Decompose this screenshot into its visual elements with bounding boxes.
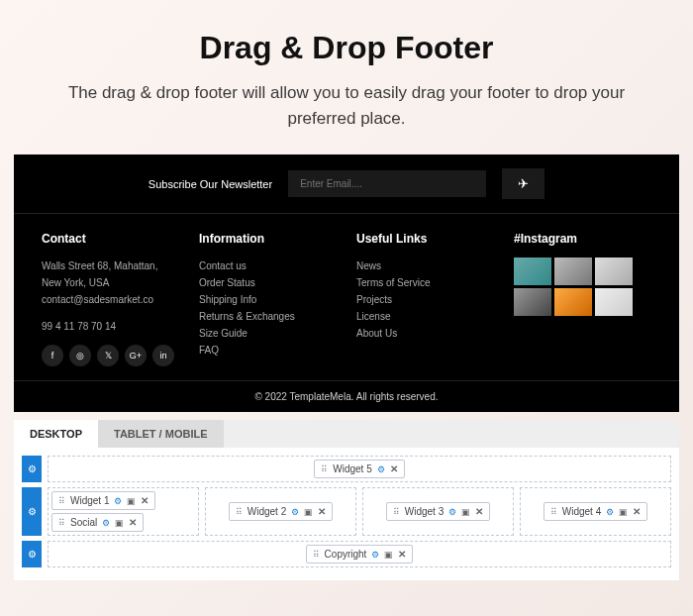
gear-icon[interactable]: ⚙ (606, 507, 614, 517)
drag-icon: ⠿ (58, 518, 65, 528)
contact-email: contact@sadesmarket.co (42, 291, 179, 308)
close-icon[interactable]: ✕ (129, 517, 137, 528)
link-faq[interactable]: FAQ (199, 342, 337, 359)
close-icon[interactable]: ✕ (475, 506, 483, 517)
contact-address: Walls Street 68, Mahattan, New York, USA (42, 257, 179, 291)
eye-icon[interactable]: ▣ (115, 518, 124, 528)
drag-icon: ⠿ (550, 507, 557, 517)
builder-row: ⚙ ⠿Copyright⚙▣✕ (22, 541, 671, 567)
widget-4[interactable]: ⠿Widget 4⚙▣✕ (544, 502, 647, 521)
insta-thumb[interactable] (595, 288, 633, 316)
link-projects[interactable]: Projects (356, 291, 494, 308)
drop-cell[interactable]: ⠿Widget 4⚙▣✕ (520, 487, 671, 536)
close-icon[interactable]: ✕ (398, 549, 406, 560)
gear-icon[interactable]: ⚙ (377, 464, 385, 474)
page-title: Drag & Drop Footer (59, 30, 634, 66)
eye-icon[interactable]: ▣ (384, 550, 393, 560)
page-subtitle: The drag & drop footer will allow you to… (59, 80, 634, 131)
eye-icon[interactable]: ▣ (304, 507, 313, 517)
information-heading: Information (199, 232, 337, 246)
insta-thumb[interactable] (595, 257, 633, 285)
widget-1[interactable]: ⠿Widget 1⚙▣✕ (51, 491, 155, 510)
drag-icon: ⠿ (58, 496, 65, 506)
builder-row: ⚙ ⠿Widget 5⚙✕ (22, 456, 671, 482)
eye-icon[interactable]: ▣ (619, 507, 628, 517)
footer-preview: Subscribe Our Newsletter ✈ Contact Walls… (14, 154, 679, 412)
information-column: Information Contact us Order Status Ship… (199, 232, 337, 366)
widget-2[interactable]: ⠿Widget 2⚙▣✕ (229, 502, 333, 521)
twitter-icon[interactable]: 𝕏 (97, 345, 119, 366)
drag-icon: ⠿ (313, 550, 320, 560)
useful-heading: Useful Links (356, 232, 494, 246)
link-returns[interactable]: Returns & Exchanges (199, 308, 337, 325)
tab-tablet[interactable]: TABLET / MOBILE (98, 420, 224, 448)
email-input[interactable] (288, 170, 486, 197)
close-icon[interactable]: ✕ (141, 495, 148, 506)
link-about[interactable]: About Us (356, 325, 494, 342)
drag-icon: ⠿ (321, 464, 328, 474)
close-icon[interactable]: ✕ (318, 506, 326, 517)
link-order-status[interactable]: Order Status (199, 274, 337, 291)
insta-thumb[interactable] (554, 288, 592, 316)
link-size-guide[interactable]: Size Guide (199, 325, 337, 342)
contact-column: Contact Walls Street 68, Mahattan, New Y… (42, 232, 179, 366)
linkedin-icon[interactable]: in (152, 345, 174, 366)
newsletter-bar: Subscribe Our Newsletter ✈ (14, 154, 679, 214)
row-settings-button[interactable]: ⚙ (22, 487, 42, 536)
send-button[interactable]: ✈ (502, 168, 544, 199)
widget-3[interactable]: ⠿Widget 3⚙▣✕ (386, 502, 490, 521)
gear-icon[interactable]: ⚙ (371, 550, 379, 560)
gear-icon: ⚙ (28, 549, 37, 560)
widget-5[interactable]: ⠿Widget 5⚙✕ (314, 460, 404, 478)
eye-icon[interactable]: ▣ (461, 507, 470, 517)
instagram-grid (514, 257, 651, 316)
gear-icon: ⚙ (28, 506, 37, 517)
drop-cell[interactable]: ⠿Widget 1⚙▣✕ ⠿Social⚙▣✕ (48, 487, 199, 536)
useful-column: Useful Links News Terms of Service Proje… (356, 232, 494, 366)
gear-icon[interactable]: ⚙ (102, 518, 110, 528)
drop-cell[interactable]: ⠿Widget 3⚙▣✕ (362, 487, 514, 536)
drop-cell[interactable]: ⠿Copyright⚙▣✕ (48, 541, 671, 567)
contact-heading: Contact (42, 232, 179, 246)
widget-social[interactable]: ⠿Social⚙▣✕ (51, 513, 144, 532)
send-icon: ✈ (518, 176, 529, 191)
instagram-column: #Instagram (514, 232, 651, 366)
link-license[interactable]: License (356, 308, 494, 325)
insta-thumb[interactable] (514, 288, 551, 316)
row-settings-button[interactable]: ⚙ (22, 541, 42, 567)
gear-icon[interactable]: ⚙ (291, 507, 299, 517)
link-news[interactable]: News (356, 257, 494, 274)
close-icon[interactable]: ✕ (633, 506, 641, 517)
gear-icon: ⚙ (28, 463, 37, 474)
gear-icon[interactable]: ⚙ (114, 496, 122, 506)
builder-row: ⚙ ⠿Widget 1⚙▣✕ ⠿Social⚙▣✕ ⠿Widget 2⚙▣✕ ⠿… (22, 487, 671, 536)
eye-icon[interactable]: ▣ (127, 496, 136, 506)
link-shipping[interactable]: Shipping Info (199, 291, 337, 308)
drag-icon: ⠿ (236, 507, 243, 517)
row-settings-button[interactable]: ⚙ (22, 456, 42, 482)
link-contact-us[interactable]: Contact us (199, 257, 337, 274)
instagram-icon[interactable]: ◎ (69, 345, 91, 366)
copyright-text: © 2022 TemplateMela. All rights reserved… (14, 380, 679, 412)
facebook-icon[interactable]: f (42, 345, 63, 366)
social-icons: f ◎ 𝕏 G+ in (42, 345, 179, 366)
footer-builder: DESKTOP TABLET / MOBILE ⚙ ⠿Widget 5⚙✕ ⚙ … (14, 420, 679, 580)
gear-icon[interactable]: ⚙ (448, 507, 456, 517)
newsletter-label: Subscribe Our Newsletter (148, 178, 272, 190)
widget-copyright[interactable]: ⠿Copyright⚙▣✕ (306, 545, 414, 564)
instagram-heading: #Instagram (514, 232, 651, 246)
drag-icon: ⠿ (393, 507, 400, 517)
drop-cell[interactable]: ⠿Widget 5⚙✕ (48, 456, 671, 482)
close-icon[interactable]: ✕ (390, 463, 398, 474)
insta-thumb[interactable] (514, 257, 551, 285)
insta-thumb[interactable] (554, 257, 592, 285)
drop-cell[interactable]: ⠿Widget 2⚙▣✕ (205, 487, 356, 536)
tab-desktop[interactable]: DESKTOP (14, 420, 98, 448)
googleplus-icon[interactable]: G+ (125, 345, 147, 366)
contact-phone: 99 4 11 78 70 14 (42, 318, 179, 335)
link-terms[interactable]: Terms of Service (356, 274, 494, 291)
